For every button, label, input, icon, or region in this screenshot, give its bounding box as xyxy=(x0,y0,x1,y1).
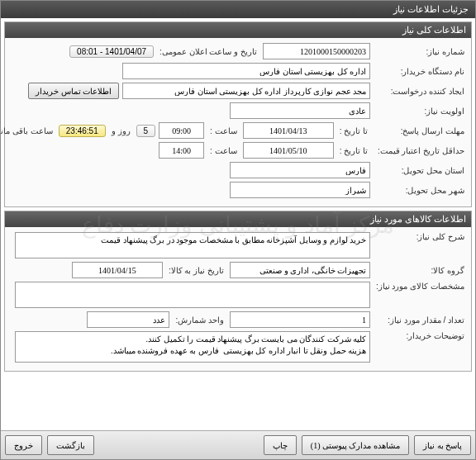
contact-buyer-button[interactable]: اطلاعات تماس خریدار xyxy=(28,83,119,99)
exit-button[interactable]: خروج xyxy=(5,435,42,455)
remain-time-pill: 23:46:51 xyxy=(59,125,106,137)
province-label: استان محل تحویل: xyxy=(374,166,464,175)
remain-label: ساعت باقی مانده xyxy=(1,126,55,135)
province-input[interactable] xyxy=(230,162,370,178)
days-and-label: روز و xyxy=(109,126,133,135)
deadline-date-input[interactable] xyxy=(243,122,334,139)
announce-value: 1401/04/07 - 08:01 xyxy=(69,45,154,58)
panel-goods-header: اطلاعات کالاهای مورد نیاز xyxy=(5,211,471,227)
footer-toolbar: پاسخ به نیاز مشاهده مدارک پیوستی (1) چاپ… xyxy=(1,430,475,459)
creator-label: ایجاد کننده درخواست: xyxy=(374,87,464,96)
days-count-pill: 5 xyxy=(136,125,156,137)
notes-textarea[interactable] xyxy=(15,331,370,363)
buyer-label: نام دستگاه خریدار: xyxy=(374,67,464,76)
main-window: جزئیات اطلاعات نیاز مرکز آماد و پشتیبانی… xyxy=(0,0,476,460)
need-date-input[interactable] xyxy=(72,262,163,278)
unit-input[interactable] xyxy=(87,311,169,328)
time-label-1: ساعت : xyxy=(207,126,240,135)
announce-label: تاریخ و ساعت اعلان عمومی: xyxy=(157,47,259,56)
deadline-time-input[interactable] xyxy=(159,122,204,139)
desc-textarea[interactable] xyxy=(15,232,370,258)
to-date-label-1: تا تاریخ : xyxy=(337,126,370,135)
creator-input[interactable] xyxy=(122,83,370,99)
group-label: گروه کالا: xyxy=(374,266,464,275)
attachments-button[interactable]: مشاهده مدارک پیوستی (1) xyxy=(302,435,409,455)
spec-label: مشخصات کالای مورد نیاز: xyxy=(374,282,464,291)
panel-goods-info: اطلاعات کالاهای مورد نیاز شرح کلی نیاز: … xyxy=(4,211,472,372)
need-no-input[interactable] xyxy=(263,43,370,59)
priority-input[interactable] xyxy=(230,102,370,119)
back-button[interactable]: بازگشت xyxy=(47,435,94,455)
qty-label: تعداد / مقدار مورد نیاز: xyxy=(374,315,464,325)
validity-date-input[interactable] xyxy=(243,142,334,159)
time-label-2: ساعت : xyxy=(207,146,240,155)
window-title: جزئیات اطلاعات نیاز xyxy=(393,4,469,14)
validity-time-input[interactable] xyxy=(159,142,204,159)
city-input[interactable] xyxy=(230,182,370,198)
print-button[interactable]: چاپ xyxy=(264,435,297,455)
need-no-label: شماره نیاز: xyxy=(374,47,464,56)
reply-button[interactable]: پاسخ به نیاز xyxy=(414,435,471,455)
priority-label: اولویت نیاز: xyxy=(374,107,464,116)
window-title-bar: جزئیات اطلاعات نیاز xyxy=(1,1,475,18)
panel-general-header: اطلاعات کلی نیاز xyxy=(5,22,471,38)
deadline-label: مهلت ارسال پاسخ: xyxy=(374,126,464,135)
to-date-label-2: تا تاریخ : xyxy=(337,146,370,155)
spec-textarea[interactable] xyxy=(15,282,370,308)
notes-label: توضیحات خریدار: xyxy=(374,331,464,340)
need-date-label: تاریخ نیاز به کالا: xyxy=(166,266,226,275)
buyer-input[interactable] xyxy=(122,63,370,79)
city-label: شهر محل تحویل: xyxy=(374,186,464,195)
validity-label: حداقل تاریخ اعتبار قیمت: xyxy=(374,146,464,155)
content-area: مرکز آماد و پشتیبانی وزارت دفاع اطلاعات … xyxy=(1,18,475,430)
qty-input[interactable] xyxy=(230,311,370,328)
unit-label: واحد شمارش: xyxy=(173,315,226,325)
desc-label: شرح کلی نیاز: xyxy=(374,232,464,241)
group-input[interactable] xyxy=(230,262,370,278)
panel-general-info: اطلاعات کلی نیاز شماره نیاز: تاریخ و ساع… xyxy=(4,21,472,207)
